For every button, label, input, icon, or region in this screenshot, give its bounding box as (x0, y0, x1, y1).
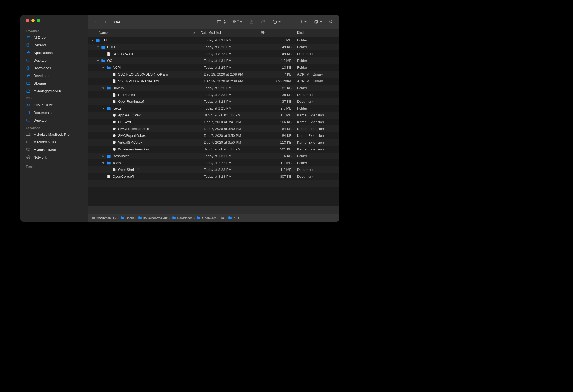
path-segment[interactable]: Macintosh HD (91, 216, 116, 220)
fullscreen-window-button[interactable] (37, 19, 40, 22)
sidebar-item[interactable]: Developer (20, 72, 88, 79)
sidebar-item[interactable]: Network (20, 153, 88, 161)
close-window-button[interactable] (26, 19, 29, 22)
sidebar-item[interactable]: mykolagrymalyuk (20, 87, 88, 95)
sidebar-item[interactable]: Recents (20, 41, 88, 49)
chevron-down-icon[interactable] (102, 67, 105, 69)
file-kind: Document (294, 99, 339, 104)
minimize-window-button[interactable] (31, 19, 35, 22)
file-date: Today at 1:31 PM (201, 38, 261, 42)
svg-point-18 (217, 20, 218, 21)
svg-marker-55 (102, 108, 104, 109)
action-menu-button[interactable] (271, 18, 282, 25)
sidebar-item[interactable]: Storage (20, 79, 88, 87)
column-header-date[interactable]: Date Modified (198, 29, 258, 37)
sidebar-item[interactable]: Desktop (20, 56, 88, 64)
file-kind: Document (294, 52, 339, 56)
sidebar-item[interactable]: Documents (20, 109, 88, 116)
file-row[interactable]: Tools Today at 2:22 PM 1.2 MB Folder (88, 159, 339, 166)
file-row[interactable]: AppleALC.kext Jan 4, 2021 at 5:13 PM 1.8… (88, 112, 339, 119)
file-row[interactable]: ACPI Today at 2:25 PM 13 KB Folder (88, 64, 339, 71)
file-kind: Folder (294, 59, 339, 63)
column-header-size[interactable]: Size (258, 29, 294, 37)
file-row[interactable]: SSDT-PLUG-DRTNIA.aml Dec 29, 2020 at 2:0… (88, 78, 339, 85)
sidebar-item[interactable]: Macintosh HD (20, 138, 88, 146)
file-list[interactable]: EFI Today at 1:31 PM 5 MB Folder BOOT To… (88, 37, 339, 206)
path-segment[interactable]: Users (120, 216, 134, 220)
desktop-icon (26, 58, 31, 63)
file-kind: Folder (294, 161, 339, 165)
file-name: OpenRuntime.efi (118, 99, 145, 104)
file-row[interactable]: VirtualSMC.kext Dec 7, 2020 at 3:50 PM 1… (88, 139, 339, 146)
sidebar-item[interactable]: AirDrop (20, 34, 88, 41)
file-row[interactable]: EFI Today at 1:31 PM 5 MB Folder (88, 37, 339, 44)
file-icon (112, 79, 116, 83)
svg-rect-10 (27, 141, 30, 143)
file-row[interactable]: Kexts Today at 2:25 PM 2.8 MB Folder (88, 105, 339, 112)
group-button[interactable] (231, 19, 244, 25)
file-kind: Document (294, 174, 339, 179)
file-row[interactable]: Drivers Today at 2:25 PM 81 KB Folder (88, 85, 339, 91)
sidebar-item[interactable]: Mykola's iMac (20, 146, 88, 153)
file-row[interactable]: SMCSuperIO.kext Dec 7, 2020 at 3:50 PM 8… (88, 132, 339, 139)
view-mode-button[interactable] (215, 19, 228, 25)
sidebar-item[interactable]: Downloads (20, 64, 88, 72)
sidebar-item-label: Mykola's iMac (34, 148, 56, 152)
chevron-down-icon[interactable] (96, 46, 99, 48)
file-icon (107, 52, 111, 56)
svg-rect-28 (233, 22, 234, 23)
sidebar-item-label: Documents (34, 111, 52, 115)
column-header-name[interactable]: Name (88, 29, 198, 37)
chevron-right-icon[interactable] (102, 155, 105, 157)
chevron-down-icon[interactable] (96, 60, 99, 62)
forward-button[interactable] (102, 19, 109, 25)
chevron-down-icon[interactable] (102, 162, 105, 164)
sync-status-button[interactable]: M (312, 18, 324, 25)
chevron-down-icon[interactable] (102, 107, 105, 110)
sidebar-item[interactable]: Desktop (20, 116, 88, 124)
file-row[interactable]: SSDT-EC-USBX-DESKTOP.aml Dec 29, 2020 at… (88, 71, 339, 78)
sidebar-item-label: mykolagrymalyuk (34, 89, 61, 93)
file-row[interactable]: OpenCore.efi Today at 8:23 PM 807 KB Doc… (88, 173, 339, 180)
file-row[interactable]: OpenRuntime.efi Today at 8:23 PM 37 KB D… (88, 98, 339, 105)
sort-ascending-icon (193, 31, 195, 35)
file-date: Dec 29, 2020 at 2:08 PM (201, 79, 261, 83)
imac-icon (26, 147, 31, 152)
window-controls (20, 19, 88, 27)
path-segment[interactable]: Downloads (172, 216, 193, 220)
file-row[interactable]: OpenShell.efi Today at 8:23 PM 1.2 MB Do… (88, 166, 339, 173)
file-row[interactable]: BOOT Today at 8:23 PM 49 KB Folder (88, 44, 339, 50)
svg-marker-52 (97, 60, 99, 61)
file-kind: Folder (294, 106, 339, 110)
file-row[interactable]: HfsPlus.efi Today at 2:23 PM 38 KB Docum… (88, 91, 339, 98)
share-button[interactable] (248, 19, 255, 25)
folder-mini-icon (120, 216, 124, 220)
file-row[interactable]: OC Today at 1:31 PM 4.9 MB Folder (88, 57, 339, 64)
sidebar-item[interactable]: Mykola's MacBook Pro (20, 131, 88, 138)
path-segment[interactable]: X64 (228, 216, 239, 220)
path-segment[interactable]: mykolagrymalyuk (138, 216, 168, 220)
file-row[interactable]: WhateverGreen.kext Jan 4, 2021 at 5:17 P… (88, 146, 339, 153)
tag-button[interactable] (259, 19, 267, 25)
file-name: VirtualSMC.kext (118, 140, 143, 144)
file-row[interactable]: BOOTx64.efi Today at 8:23 PM 49 KB Docum… (88, 50, 339, 57)
file-row[interactable]: SMCProcessor.kext Dec 7, 2020 at 3:50 PM… (88, 125, 339, 132)
column-header-kind[interactable]: Kind (294, 29, 339, 37)
file-row[interactable]: Resources Today at 1:31 PM 6 KB Folder (88, 153, 339, 159)
sidebar-item[interactable]: Applications (20, 49, 88, 56)
file-row[interactable]: Lilu.kext Dec 7, 2020 at 3:41 PM 166 KB … (88, 119, 339, 125)
back-button[interactable] (92, 19, 99, 25)
sidebar-item[interactable]: iCloud Drive (20, 101, 88, 109)
file-size: 4.9 MB (261, 59, 294, 63)
folder-mini-icon (228, 216, 232, 220)
svg-marker-51 (97, 46, 99, 48)
svg-marker-56 (103, 155, 104, 157)
search-button[interactable] (327, 19, 335, 25)
path-segment[interactable]: OpenCore-0-10 (197, 216, 224, 220)
svg-marker-40 (278, 21, 281, 23)
file-date: Dec 7, 2020 at 3:50 PM (201, 127, 261, 131)
chevron-down-icon[interactable] (102, 87, 105, 89)
new-item-button[interactable] (298, 19, 308, 25)
chevron-down-icon[interactable] (91, 39, 94, 41)
toolbar: X64 (88, 15, 339, 29)
